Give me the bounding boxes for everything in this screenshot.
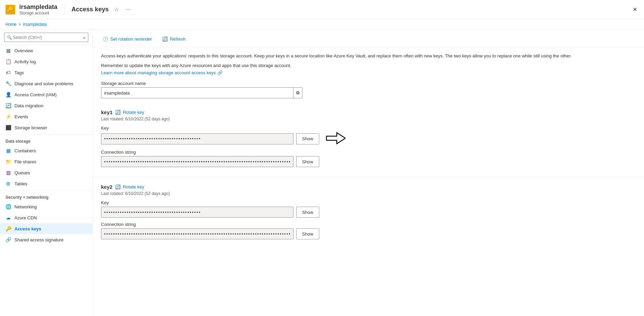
sidebar-item-storage-browser[interactable]: ⬛ Storage browser [0, 122, 92, 133]
key1-key-input[interactable] [101, 133, 293, 144]
key2-show-key-button[interactable]: Show [296, 207, 319, 218]
rotate-icon: 🔄 [115, 110, 121, 115]
arrow-annotation [325, 132, 345, 145]
key1-conn-input[interactable] [101, 156, 293, 167]
sidebar-item-data-migration[interactable]: 🔄 Data migration [0, 100, 92, 111]
header-account-info: irsampledata Storage account [19, 3, 57, 15]
key2-key-group: Key Show [101, 200, 636, 218]
copy-storage-name-button[interactable]: ⧉ [293, 87, 302, 98]
rotate-icon2: 🔄 [115, 184, 121, 189]
key2-conn-input[interactable] [101, 228, 293, 239]
storage-account-name-input[interactable] [101, 87, 293, 98]
key1-name: key1 [101, 109, 112, 115]
search-icon: 🔍 [7, 35, 12, 40]
key1-key-group: Key Show [101, 126, 636, 145]
key2-key-input[interactable] [101, 207, 293, 218]
sidebar-item-azure-cdn[interactable]: ☁ Azure CDN [0, 212, 92, 223]
sidebar-item-label: Activity log [14, 59, 36, 64]
sidebar-item-access-keys[interactable]: 🔑 Access keys [0, 223, 92, 234]
favorite-button[interactable]: ☆ [113, 5, 120, 14]
sidebar-item-tables[interactable]: ⊞ Tables [0, 178, 92, 189]
main-layout: 🔍 « ▦ Overview 📋 Activity log 🏷 Tags 🔧 [0, 30, 644, 316]
sidebar-item-label: Access Control (IAM) [14, 92, 57, 97]
sidebar-item-events[interactable]: ⚡ Events [0, 111, 92, 122]
sidebar-item-file-shares[interactable]: 📁 File shares [0, 156, 92, 167]
key2-key-row: Show [101, 207, 636, 218]
close-button[interactable]: ✕ [631, 5, 639, 14]
key2-header: key2 🔄 Rotate key [101, 184, 636, 190]
file-shares-icon: 📁 [5, 159, 11, 164]
access-keys-icon: 🔑 [5, 226, 11, 231]
sidebar-item-queues[interactable]: ▨ Queues [0, 167, 92, 178]
key1-rotate-button[interactable]: 🔄 Rotate key [115, 110, 144, 115]
main-content: 🕐 Set rotation reminder 🔄 Refresh Access… [93, 30, 644, 316]
sidebar-item-containers[interactable]: ▦ Containers [0, 145, 92, 156]
svg-marker-0 [326, 133, 345, 144]
rotate-label: Rotate key [123, 110, 144, 115]
set-rotation-label: Set rotation reminder [110, 36, 152, 42]
breadcrumb-home[interactable]: Home [5, 22, 16, 27]
data-migration-icon: 🔄 [5, 103, 11, 108]
key2-show-conn-button[interactable]: Show [296, 228, 319, 239]
sidebar-item-label: Networking [14, 204, 37, 209]
sidebar-item-networking[interactable]: 🌐 Networking [0, 201, 92, 212]
refresh-label: Refresh [170, 36, 186, 42]
sidebar-item-label: Data migration [14, 103, 44, 108]
storage-account-name-label: Storage account name [101, 81, 636, 86]
key2-key-label: Key [101, 200, 636, 205]
security-networking-section-header: Security + networking [0, 190, 92, 201]
sidebar-item-tags[interactable]: 🏷 Tags [0, 67, 92, 78]
key1-connection-string-group: Connection string Show [101, 150, 636, 167]
storage-account-name-section: Storage account name ⧉ [93, 78, 644, 104]
search-input-wrapper: 🔍 « [4, 33, 88, 42]
sidebar-item-shared-access-signature[interactable]: 🔗 Shared access signature [0, 234, 92, 245]
key1-header: key1 🔄 Rotate key [101, 109, 636, 115]
copy-icon: ⧉ [296, 90, 299, 96]
learn-more-text: Learn more about managing storage accoun… [101, 70, 216, 75]
sidebar-item-iam[interactable]: 👤 Access Control (IAM) [0, 89, 92, 100]
refresh-button[interactable]: 🔄 Refresh [158, 34, 190, 44]
sidebar-item-label: Queues [14, 170, 30, 175]
sidebar-item-diagnose[interactable]: 🔧 Diagnose and solve problems [0, 78, 92, 89]
sidebar-item-label: Tags [14, 70, 24, 75]
key2-rotate-button[interactable]: 🔄 Rotate key [115, 184, 144, 189]
storage-browser-icon: ⬛ [5, 125, 11, 130]
key1-conn-label: Connection string [101, 150, 636, 155]
set-rotation-reminder-button[interactable]: 🕐 Set rotation reminder [98, 34, 156, 44]
refresh-icon: 🔄 [162, 36, 168, 42]
breadcrumb-separator: > [19, 22, 21, 27]
queues-icon: ▨ [5, 170, 11, 175]
breadcrumb-current: irsampledata [23, 22, 47, 27]
sidebar-item-label: Storage browser [14, 125, 47, 130]
sidebar-search-wrapper: 🔍 « [0, 30, 92, 45]
external-link-icon: 🔗 [217, 70, 223, 75]
learn-more-link[interactable]: Learn more about managing storage accoun… [101, 70, 223, 75]
sidebar-item-label: Azure CDN [14, 215, 37, 220]
app-header: 🔑 irsampledata Storage account Access ke… [0, 0, 644, 19]
account-type: Storage account [19, 11, 57, 15]
iam-icon: 👤 [5, 92, 11, 97]
breadcrumb: Home > irsampledata [0, 19, 644, 30]
account-name: irsampledata [19, 3, 57, 11]
key2-connection-string-group: Connection string Show [101, 222, 636, 239]
key1-last-rotated: Last rotated: 6/10/2022 (52 days ago) [101, 117, 636, 121]
search-input[interactable] [4, 33, 88, 42]
key2-last-rotated: Last rotated: 6/10/2022 (52 days ago) [101, 191, 636, 196]
key2-name: key2 [101, 184, 112, 190]
description-text2: Remember to update the keys with any Azu… [101, 62, 636, 69]
diagnose-icon: 🔧 [5, 81, 11, 86]
sidebar-item-activity-log[interactable]: 📋 Activity log [0, 56, 92, 67]
more-options-button[interactable]: ··· [124, 5, 132, 14]
rotation-icon: 🕐 [103, 36, 108, 42]
arrow-icon [325, 132, 345, 144]
key1-show-key-button[interactable]: Show [296, 133, 319, 144]
key1-show-conn-button[interactable]: Show [296, 156, 319, 167]
key2-section: key2 🔄 Rotate key Last rotated: 6/10/202… [93, 177, 644, 249]
sidebar-item-overview[interactable]: ▦ Overview [0, 45, 92, 56]
description-text1: Access keys authenticate your applicatio… [101, 53, 636, 59]
sidebar-collapse-button[interactable]: « [83, 35, 86, 40]
sidebar-item-label: Overview [14, 48, 33, 53]
networking-icon: 🌐 [5, 204, 11, 209]
sidebar-item-label: Shared access signature [14, 237, 64, 242]
page-title: Access keys [71, 6, 109, 13]
